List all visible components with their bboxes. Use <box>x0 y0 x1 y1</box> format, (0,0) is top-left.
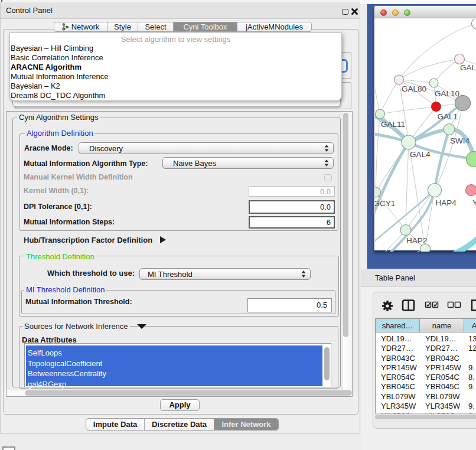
svg-text:HAP4: HAP4 <box>436 198 457 207</box>
svg-text:GAL10: GAL10 <box>435 89 459 98</box>
svg-text:GAL11: GAL11 <box>381 120 405 129</box>
svg-text:GAL1: GAL1 <box>438 112 458 121</box>
svg-text:Y: Y <box>472 198 476 207</box>
svg-text:GAL80: GAL80 <box>402 84 426 93</box>
svg-text:GAL4: GAL4 <box>410 150 431 159</box>
svg-text:SWI4: SWI4 <box>450 136 470 145</box>
svg-text:GAL2: GAL2 <box>460 63 476 72</box>
svg-text:HAP2: HAP2 <box>406 236 427 245</box>
svg-text:GCY1: GCY1 <box>375 199 395 208</box>
